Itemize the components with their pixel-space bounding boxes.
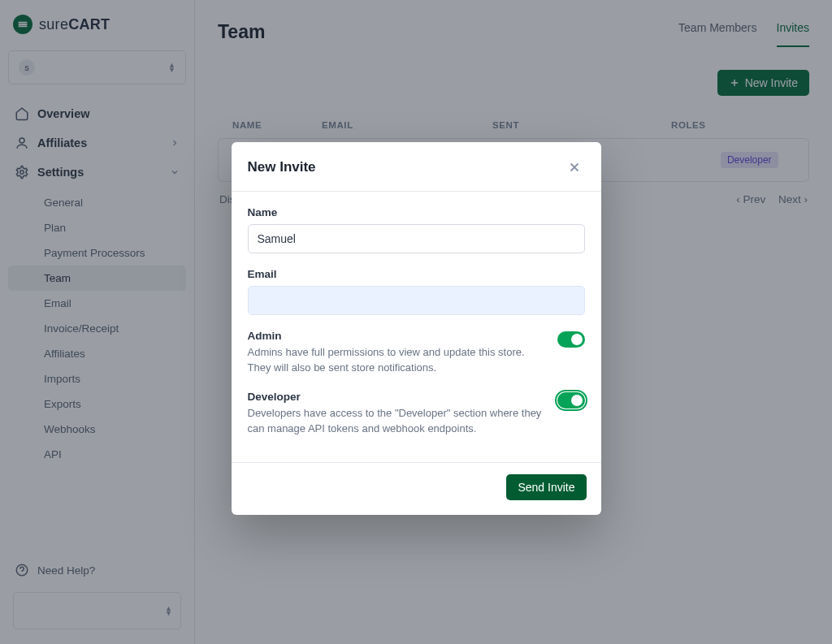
permission-developer: Developer Developers have access to the … <box>248 391 585 437</box>
field-email: Email <box>248 268 585 315</box>
developer-title: Developer <box>248 391 546 403</box>
admin-desc: Admins have full permissions to view and… <box>248 345 546 376</box>
developer-toggle[interactable] <box>557 392 585 408</box>
send-invite-button[interactable]: Send Invite <box>506 474 586 500</box>
modal-footer: Send Invite <box>232 462 601 515</box>
admin-title: Admin <box>248 330 546 342</box>
email-input[interactable] <box>248 286 585 315</box>
modal-title: New Invite <box>248 159 316 175</box>
new-invite-modal: New Invite Name Email Admin Admins have … <box>232 142 601 515</box>
send-invite-label: Send Invite <box>518 481 574 494</box>
close-button[interactable] <box>564 157 585 178</box>
name-label: Name <box>248 206 585 218</box>
modal-header: New Invite <box>232 142 601 192</box>
close-icon <box>567 160 582 175</box>
modal-body: Name Email Admin Admins have full permis… <box>232 192 601 454</box>
name-input[interactable] <box>248 224 585 253</box>
developer-desc: Developers have access to the "Developer… <box>248 406 546 437</box>
permission-admin: Admin Admins have full permissions to vi… <box>248 330 585 376</box>
field-name: Name <box>248 206 585 253</box>
email-label: Email <box>248 268 585 280</box>
admin-toggle[interactable] <box>557 331 585 348</box>
modal-overlay[interactable]: New Invite Name Email Admin Admins have … <box>0 0 832 644</box>
